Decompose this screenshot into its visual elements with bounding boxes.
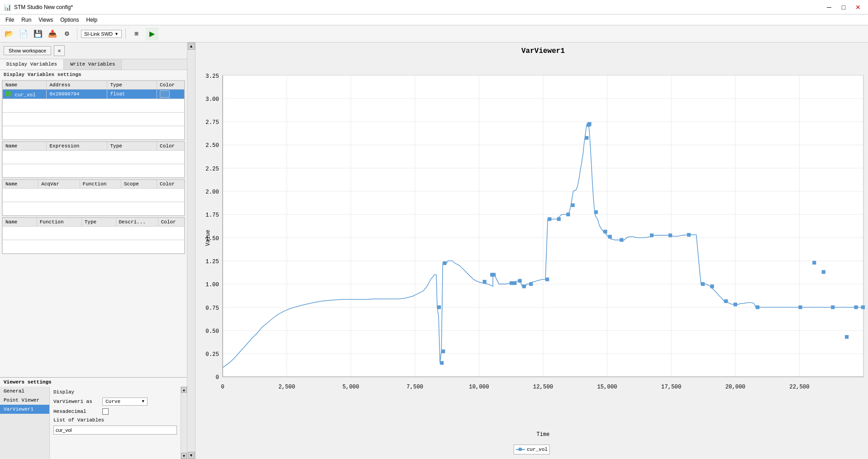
viewers-scroll: ▲ ▼ [181,387,187,459]
legend-label: cur_vol [527,447,548,452]
menu-options[interactable]: Options [57,16,82,24]
svg-rect-70 [588,122,591,126]
expression-table-container: Name Expression Type Color [2,141,185,178]
list-input[interactable] [53,426,177,435]
stlink-combo[interactable]: SI-Link SWD ▼ [81,30,122,38]
collapse-button[interactable]: « [54,45,65,56]
empty-row2 [3,113,185,126]
menu-help[interactable]: Help [83,16,101,24]
col-type-4: Type [81,218,116,227]
menu-run[interactable]: Run [18,16,35,24]
open-button[interactable]: 📂 [3,28,15,40]
toolbar-separator [77,28,77,39]
col-scope: Scope [121,180,157,189]
empty-row6 [3,189,185,202]
col-color-4: Color [158,218,184,227]
chart-scroll-vertical: ▲ ▼ [187,43,196,459]
workspace-area: Show workspace « [0,43,187,59]
empty-row4 [3,151,185,164]
svg-rect-72 [603,230,607,233]
hexadecimal-row: Hexadecimal [53,408,177,415]
svg-rect-53 [441,350,445,353]
svg-rect-74 [620,238,623,242]
var-name: cur_vol [15,92,36,98]
menu-file[interactable]: File [2,16,18,24]
svg-text:15,000: 15,000 [597,384,617,390]
col-name-1: Name [3,81,47,90]
viewer-item-varviewer1[interactable]: VarViewer1 [0,405,49,414]
svg-rect-67 [571,203,575,207]
viewers-header: Viewers settings [0,378,187,387]
svg-rect-83 [798,305,802,309]
svg-rect-71 [594,210,598,214]
scroll-up-button[interactable]: ▲ [181,387,187,393]
svg-text:0.25: 0.25 [205,351,219,358]
settings-button[interactable]: ⚙ [61,28,73,40]
hexadecimal-label: Hexadecimal [53,409,99,414]
empty-row3 [3,126,185,140]
svg-rect-68 [585,136,588,140]
svg-text:20,000: 20,000 [725,384,745,390]
show-workspace-button[interactable]: Show workspace [4,46,51,55]
svg-rect-82 [756,305,759,309]
svg-rect-57 [492,273,496,276]
svg-rect-62 [529,282,533,286]
svg-text:3.25: 3.25 [205,73,219,80]
col-color-1: Color [157,81,185,90]
left-panel-scroll[interactable]: Display Variables settings Name Address … [0,70,187,377]
acqvar-table-container: Name AcqVar Function Scope Color [2,179,185,216]
col-address-1: Address [47,81,107,90]
viewer-item-general[interactable]: General [0,387,49,396]
menu-views[interactable]: Views [35,16,57,24]
tab-display-variables[interactable]: Display Variables [0,59,64,70]
display-variables-header: Display Variables settings [0,70,187,79]
svg-rect-80 [724,299,728,303]
chart-scroll-down-button[interactable]: ▼ [188,452,195,459]
chart-svg: 3.25 3.00 2.75 2.50 2.25 2.00 [223,59,863,416]
svg-rect-77 [687,233,691,237]
app-icon: 📊 [4,4,11,11]
curve-combo[interactable]: Curve ▼ [102,397,148,406]
viewers-sidebar: General Point Viewer VarViewer1 [0,387,50,459]
titlebar: 📊 STM Studio New config* ─ □ ✕ [0,0,868,14]
svg-rect-63 [545,278,549,281]
svg-rect-78 [701,282,705,286]
svg-rect-79 [710,284,714,288]
chart-scroll-up-button[interactable]: ▲ [188,43,195,50]
svg-rect-87 [845,335,849,339]
run-button[interactable]: ▶ [146,28,158,40]
scroll-down-button[interactable]: ▼ [181,453,187,459]
svg-text:0.75: 0.75 [205,305,219,312]
import-button[interactable]: 📥 [46,28,59,40]
empty-row9 [3,240,185,254]
titlebar-left: 📊 STM Studio New config* [4,4,73,11]
titlebar-controls[interactable]: ─ □ ✕ [823,1,864,14]
svg-rect-59 [513,281,516,285]
close-button[interactable]: ✕ [852,1,864,14]
menubar: File Run Views Options Help [0,14,868,25]
hexadecimal-checkbox[interactable] [102,408,109,415]
list-variables-row: List of Variables [53,417,177,423]
row-address-cell: 0x20000794 [47,90,107,99]
svg-text:17,500: 17,500 [661,384,681,390]
combo-value: Curve [105,399,120,404]
col-type-1: Type [107,81,157,90]
new-button[interactable]: 📄 [17,28,30,40]
minimize-button[interactable]: ─ [823,1,835,14]
viewers-settings: Viewers settings General Point Viewer Va… [0,377,187,459]
svg-rect-66 [566,213,570,216]
table-row[interactable]: cur_vol 0x20000794 float [3,90,185,99]
svg-text:0: 0 [221,384,224,390]
config-button[interactable]: ⊞ [129,28,144,40]
tab-write-variables[interactable]: Write Variables [64,59,122,70]
empty-row [3,99,185,113]
toolbar-separator2 [125,28,126,39]
col-function: Function [80,180,121,189]
col-name-4: Name [3,218,37,227]
maximize-button[interactable]: □ [837,1,850,14]
save-button[interactable]: 💾 [32,28,44,40]
viewer-item-pointviewer[interactable]: Point Viewer [0,396,49,405]
display-row: Display [53,389,177,395]
varviewer-as-row: VarViewer1 as Curve ▼ [53,397,177,406]
svg-rect-88 [854,305,858,309]
